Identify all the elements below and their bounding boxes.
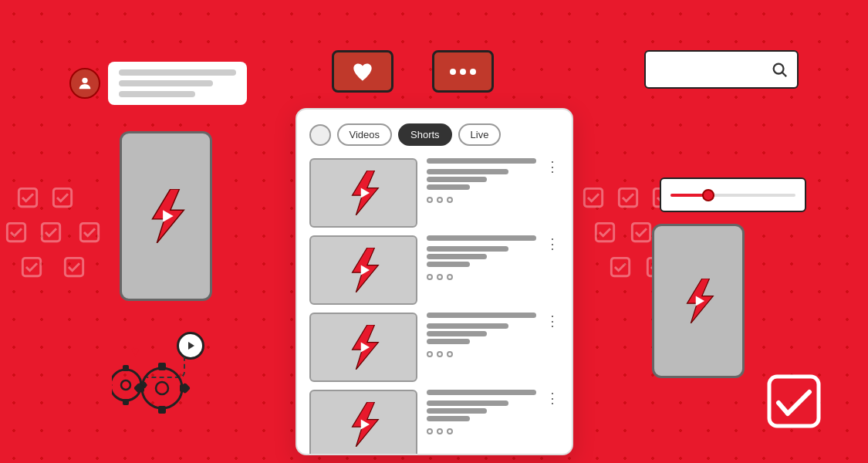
- yt-shorts-logo-left: [143, 189, 189, 243]
- video-more-button[interactable]: ⋮: [545, 314, 559, 328]
- dot-indicators: [427, 428, 536, 434]
- play-icon: [185, 340, 196, 351]
- subtitle-line-1: [427, 323, 509, 329]
- subtitle-lines: [427, 400, 536, 421]
- tab-bar: Videos Shorts Live: [309, 123, 559, 146]
- bg-check-icon: [62, 255, 86, 279]
- video-thumbnail: [309, 390, 417, 455]
- search-bar[interactable]: [644, 50, 799, 89]
- dot-indicator: [447, 274, 453, 280]
- video-item: ⋮: [309, 235, 559, 305]
- bg-check-icon: [77, 220, 102, 245]
- subtitle-line-2: [427, 254, 487, 259]
- dot-3: [470, 69, 476, 75]
- subtitle-line-1: [427, 246, 509, 252]
- comment-bubble: [108, 62, 247, 105]
- title-line: [427, 390, 536, 395]
- slider-bar[interactable]: [660, 177, 806, 212]
- main-panel: Videos Shorts Live: [296, 108, 573, 455]
- bg-check-icon: [50, 185, 75, 210]
- subtitle-lines: [427, 323, 536, 344]
- subtitle-line-3: [427, 184, 471, 190]
- bottom-icons-group: ♥: [112, 332, 220, 417]
- heart-small-icon: ♥: [131, 343, 140, 360]
- video-more-button[interactable]: ⋮: [545, 237, 559, 251]
- slider-thumb[interactable]: [702, 189, 714, 201]
- svg-rect-11: [632, 223, 650, 241]
- yt-logo-thumb: [343, 171, 383, 215]
- svg-point-21: [121, 380, 130, 390]
- svg-rect-2: [7, 223, 25, 241]
- dot-indicator: [427, 351, 433, 357]
- svg-point-15: [774, 64, 784, 74]
- video-thumbnail: [309, 235, 417, 305]
- title-line: [427, 313, 536, 318]
- gear-group: [112, 356, 197, 417]
- video-info: [427, 390, 536, 434]
- bg-check-icon: [4, 220, 29, 245]
- video-more-button[interactable]: ⋮: [545, 160, 559, 174]
- dot-2: [460, 69, 466, 75]
- video-item: ⋮: [309, 158, 559, 228]
- dot-indicator: [447, 428, 453, 434]
- svg-point-31: [156, 382, 168, 394]
- bg-check-icon: [19, 255, 44, 279]
- comment-line-1: [119, 69, 236, 76]
- video-item: ⋮: [309, 313, 559, 382]
- tab-videos[interactable]: Videos: [337, 123, 393, 146]
- dot-indicator: [437, 428, 443, 434]
- avatar: [69, 68, 100, 99]
- svg-rect-0: [19, 188, 36, 206]
- svg-rect-22: [123, 365, 129, 371]
- subtitle-line-3: [427, 339, 471, 344]
- dot-indicators: [427, 274, 536, 280]
- left-phone-mockup: [120, 131, 212, 301]
- more-options-button[interactable]: [432, 50, 494, 93]
- svg-rect-29: [112, 380, 113, 389]
- svg-rect-33: [158, 406, 166, 414]
- video-info: [427, 235, 536, 280]
- video-item: ⋮: [309, 390, 559, 455]
- subtitle-line-2: [427, 177, 487, 182]
- svg-point-30: [142, 368, 182, 408]
- dot-indicator: [447, 351, 453, 357]
- video-thumbnail: [309, 313, 417, 382]
- tab-placeholder: [309, 124, 331, 146]
- title-line: [427, 235, 536, 241]
- user-comment: [69, 62, 247, 105]
- yt-logo-thumb: [343, 248, 383, 292]
- subtitle-line-2: [427, 331, 487, 336]
- subtitle-line-2: [427, 408, 487, 414]
- dot-indicator: [437, 274, 443, 280]
- video-info: [427, 158, 536, 203]
- yt-logo-thumb: [343, 325, 383, 370]
- heart-button[interactable]: [332, 50, 393, 93]
- svg-rect-5: [22, 258, 40, 275]
- tab-shorts[interactable]: Shorts: [398, 123, 452, 146]
- right-phone-mockup: [652, 224, 745, 378]
- svg-point-14: [82, 78, 87, 83]
- subtitle-lines: [427, 246, 536, 267]
- dot-indicator: [427, 274, 433, 280]
- svg-rect-12: [611, 258, 629, 275]
- subtitle-lines: [427, 169, 536, 190]
- bg-check-icon: [39, 220, 63, 245]
- svg-marker-19: [188, 342, 194, 350]
- subtitle-line-1: [427, 400, 509, 406]
- bg-check-icon: [15, 185, 40, 210]
- gears-svg: [112, 356, 197, 414]
- video-more-button[interactable]: ⋮: [545, 391, 559, 405]
- svg-rect-6: [65, 258, 83, 275]
- tab-live[interactable]: Live: [458, 123, 502, 146]
- dot-indicator: [427, 428, 433, 434]
- subtitle-line-1: [427, 169, 509, 174]
- bg-check-icon: [608, 255, 633, 279]
- dot-indicator: [427, 197, 433, 203]
- svg-rect-10: [596, 223, 613, 241]
- bg-check-icon: [616, 185, 640, 210]
- dot-indicator: [447, 197, 453, 203]
- svg-rect-32: [158, 363, 166, 370]
- svg-rect-40: [769, 377, 819, 426]
- heart-icon: [352, 62, 373, 82]
- subtitle-line-3: [427, 416, 471, 421]
